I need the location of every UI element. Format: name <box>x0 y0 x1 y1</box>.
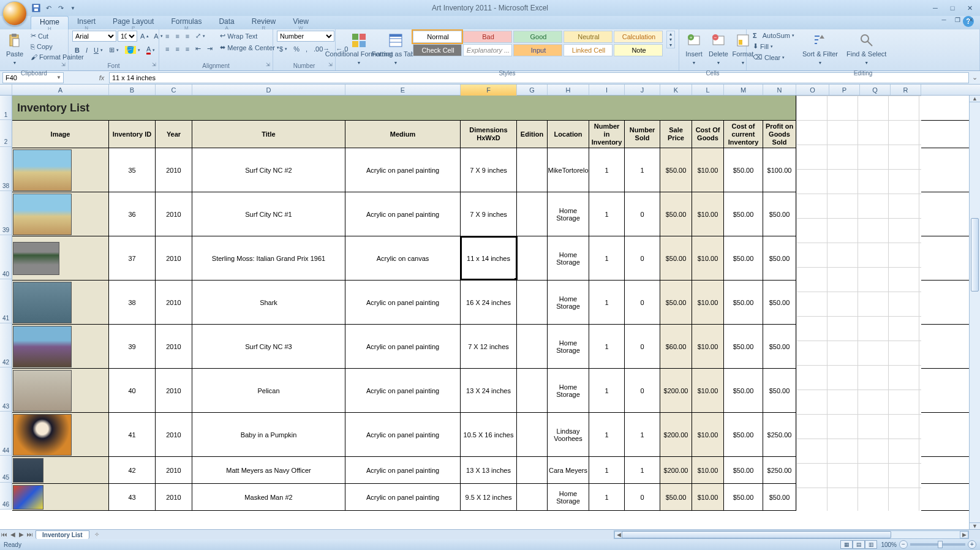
row-header[interactable]: 42 <box>0 323 12 367</box>
data-cell[interactable]: $50.00 <box>763 236 796 280</box>
style-bad[interactable]: Bad <box>463 31 512 43</box>
row-header[interactable]: 45 <box>0 456 12 483</box>
data-cell[interactable]: 2010 <box>156 148 192 192</box>
insert-sheet-icon[interactable]: ✧ <box>91 531 103 538</box>
data-cell[interactable]: 11 x 14 inches <box>461 236 517 280</box>
row-header[interactable]: 46 <box>0 483 12 510</box>
column-header-N[interactable]: N <box>763 85 796 95</box>
style-note[interactable]: Note <box>614 44 663 56</box>
data-cell[interactable]: $50.00 <box>724 484 763 510</box>
data-cell[interactable]: $10.00 <box>692 236 724 280</box>
column-header-F[interactable]: F <box>461 85 517 96</box>
data-cell[interactable]: Matt Meyers as Navy Officer <box>192 457 345 483</box>
save-icon[interactable] <box>31 2 42 13</box>
ribbon-tab-view[interactable]: ViewW <box>284 16 317 29</box>
data-cell[interactable]: $200.00 <box>660 369 692 412</box>
data-cell[interactable]: 1 <box>589 148 625 192</box>
font-name-select[interactable]: Arial <box>72 31 116 42</box>
column-header-H[interactable]: H <box>548 85 589 95</box>
tab-nav-prev-icon[interactable]: ◀ <box>9 531 17 538</box>
data-cell[interactable]: $250.00 <box>763 413 796 456</box>
data-cell[interactable]: $50.00 <box>724 413 763 456</box>
ribbon-tab-formulas[interactable]: FormulasM <box>162 16 210 29</box>
data-cell[interactable]: $50.00 <box>724 325 763 368</box>
format-as-table-button[interactable]: Format as Table▼ <box>381 31 410 69</box>
style-normal[interactable]: Normal <box>413 31 462 43</box>
data-cell[interactable]: 1 <box>625 457 660 483</box>
vertical-scrollbar[interactable]: ▲▼ <box>969 96 980 529</box>
column-header-B[interactable]: B <box>109 85 156 95</box>
style-checkcell[interactable]: Check Cell <box>413 44 462 56</box>
align-middle-button[interactable]: ≡ <box>173 31 181 41</box>
dialog-launcher-icon[interactable]: ⇲ <box>264 62 271 69</box>
page-break-view-button[interactable]: ▥ <box>865 540 877 549</box>
doc-minimize-button[interactable]: ─ <box>938 17 949 24</box>
data-cell[interactable]: 2010 <box>156 457 192 483</box>
data-cell[interactable]: $60.00 <box>660 325 692 368</box>
qat-dropdown-icon[interactable]: ▼ <box>67 2 78 13</box>
data-cell[interactable]: 43 <box>109 484 156 510</box>
data-cell[interactable]: $10.00 <box>692 484 724 510</box>
align-bottom-button[interactable]: ≡ <box>183 31 192 41</box>
style-linkedcell[interactable]: Linked Cell <box>564 44 612 56</box>
minimize-button[interactable]: ─ <box>929 4 942 12</box>
number-format-select[interactable]: Number <box>277 31 334 42</box>
find-select-button[interactable]: Find & Select▼ <box>843 31 889 69</box>
data-cell[interactable]: $50.00 <box>763 325 796 368</box>
doc-restore-button[interactable]: ❐ <box>952 17 963 24</box>
dialog-launcher-icon[interactable]: ⇲ <box>59 62 67 69</box>
currency-button[interactable]: $▾ <box>277 44 290 54</box>
data-cell[interactable]: $50.00 <box>724 192 763 236</box>
data-cell[interactable]: $10.00 <box>692 281 724 324</box>
data-cell[interactable]: $100.00 <box>763 148 796 192</box>
sort-filter-button[interactable]: Sort & Filter▼ <box>799 31 841 69</box>
dialog-launcher-icon[interactable]: ⇲ <box>150 62 157 69</box>
undo-icon[interactable]: ↶ <box>43 2 54 13</box>
data-cell[interactable]: Home Storage <box>548 325 589 368</box>
data-cell[interactable]: 1 <box>589 457 625 483</box>
row-header[interactable]: 1 <box>0 96 12 120</box>
column-header-J[interactable]: J <box>625 85 660 95</box>
data-cell[interactable]: 0 <box>625 192 660 236</box>
data-cell[interactable]: Acrylic on panel painting <box>345 369 461 412</box>
ribbon-tab-home[interactable]: HomeH <box>31 16 69 29</box>
font-color-button[interactable]: A▾ <box>144 44 157 56</box>
column-header-K[interactable]: K <box>660 85 692 95</box>
data-cell[interactable]: 16 X 24 inches <box>461 281 517 324</box>
data-cell[interactable]: $10.00 <box>692 148 724 192</box>
align-top-button[interactable]: ≡ <box>163 31 172 41</box>
bold-button[interactable]: B <box>72 44 82 56</box>
data-cell[interactable]: Acrylic on canvas <box>345 236 461 280</box>
data-cell[interactable]: Lindsay Voorhees <box>548 413 589 456</box>
fill-button[interactable]: ⬇Fill▾ <box>750 41 797 51</box>
data-cell[interactable]: 2010 <box>156 236 192 280</box>
normal-view-button[interactable]: ▦ <box>840 540 853 549</box>
data-cell[interactable]: $50.00 <box>724 148 763 192</box>
data-cell[interactable]: 35 <box>109 148 156 192</box>
data-cell[interactable]: Masked Man #2 <box>192 484 345 510</box>
scroll-thumb[interactable] <box>971 218 979 292</box>
data-cell[interactable]: 1 <box>625 148 660 192</box>
data-cell[interactable]: Sterling Moss: Italian Grand Prix 1961 <box>192 236 345 280</box>
gallery-more-icon[interactable]: ▾ <box>667 42 674 48</box>
orientation-button[interactable]: ⤢▾ <box>193 31 208 41</box>
data-cell[interactable] <box>517 413 548 456</box>
align-right-button[interactable]: ≡ <box>183 43 192 54</box>
italic-button[interactable]: I <box>83 44 90 56</box>
data-cell[interactable]: MikeTortorelo <box>548 148 589 192</box>
data-cell[interactable]: $50.00 <box>660 148 692 192</box>
scroll-up-icon[interactable]: ▲ <box>970 96 980 102</box>
column-header-I[interactable]: I <box>589 85 625 95</box>
select-all-button[interactable] <box>0 85 12 95</box>
data-cell[interactable]: $10.00 <box>692 325 724 368</box>
data-cell[interactable] <box>517 236 548 280</box>
data-cell[interactable]: 2010 <box>156 192 192 236</box>
data-cell[interactable]: 0 <box>625 281 660 324</box>
ribbon-tab-review[interactable]: ReviewR <box>243 16 284 29</box>
column-header-A[interactable]: A <box>12 85 109 95</box>
column-header-Q[interactable]: Q <box>860 85 891 95</box>
style-explanatory[interactable]: Explanatory ... <box>463 44 512 56</box>
data-cell[interactable]: Acrylic on panel painting <box>345 457 461 483</box>
conditional-formatting-button[interactable]: Conditional Formatting▼ <box>339 31 379 69</box>
data-cell[interactable]: 1 <box>589 484 625 510</box>
